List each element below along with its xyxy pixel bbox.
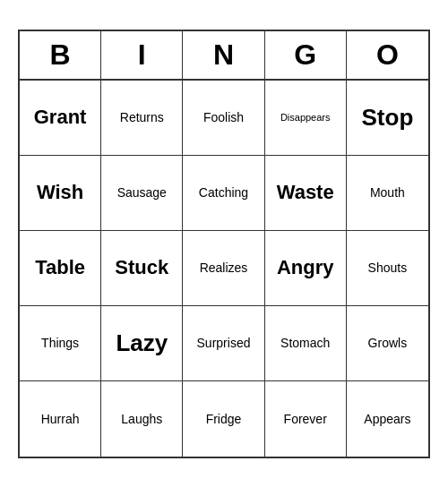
bingo-cell: Appears bbox=[347, 381, 428, 457]
bingo-cell: Angry bbox=[265, 231, 347, 306]
bingo-cell: Laughs bbox=[101, 381, 183, 457]
bingo-header: BINGO bbox=[20, 31, 428, 81]
bingo-cell: Realizes bbox=[183, 231, 264, 306]
bingo-cell: Mouth bbox=[347, 156, 428, 231]
bingo-cell: Catching bbox=[183, 156, 264, 231]
bingo-cell: Surprised bbox=[183, 306, 264, 381]
bingo-cell: Stuck bbox=[101, 231, 183, 306]
bingo-cell: Growls bbox=[347, 306, 428, 381]
bingo-cell: Sausage bbox=[101, 156, 183, 231]
header-letter: G bbox=[265, 31, 347, 79]
bingo-cell: Shouts bbox=[347, 231, 428, 306]
bingo-cell: Disappears bbox=[265, 81, 347, 156]
header-letter: N bbox=[183, 31, 264, 79]
bingo-cell: Grant bbox=[20, 81, 101, 156]
header-letter: B bbox=[20, 31, 101, 79]
bingo-cell: Forever bbox=[265, 381, 347, 457]
bingo-cell: Waste bbox=[265, 156, 347, 231]
bingo-cell: Fridge bbox=[183, 381, 264, 457]
bingo-cell: Lazy bbox=[101, 306, 183, 381]
bingo-cell: Foolish bbox=[183, 81, 264, 156]
bingo-cell: Stop bbox=[347, 81, 428, 156]
bingo-grid: GrantReturnsFoolishDisappearsStopWishSau… bbox=[20, 81, 428, 457]
header-letter: I bbox=[101, 31, 183, 79]
bingo-cell: Things bbox=[20, 306, 101, 381]
bingo-cell: Table bbox=[20, 231, 101, 306]
bingo-cell: Wish bbox=[20, 156, 101, 231]
bingo-cell: Returns bbox=[101, 81, 183, 156]
bingo-cell: Stomach bbox=[265, 306, 347, 381]
bingo-card: BINGO GrantReturnsFoolishDisappearsStopW… bbox=[18, 30, 430, 458]
bingo-cell: Hurrah bbox=[20, 381, 101, 457]
header-letter: O bbox=[347, 31, 428, 79]
